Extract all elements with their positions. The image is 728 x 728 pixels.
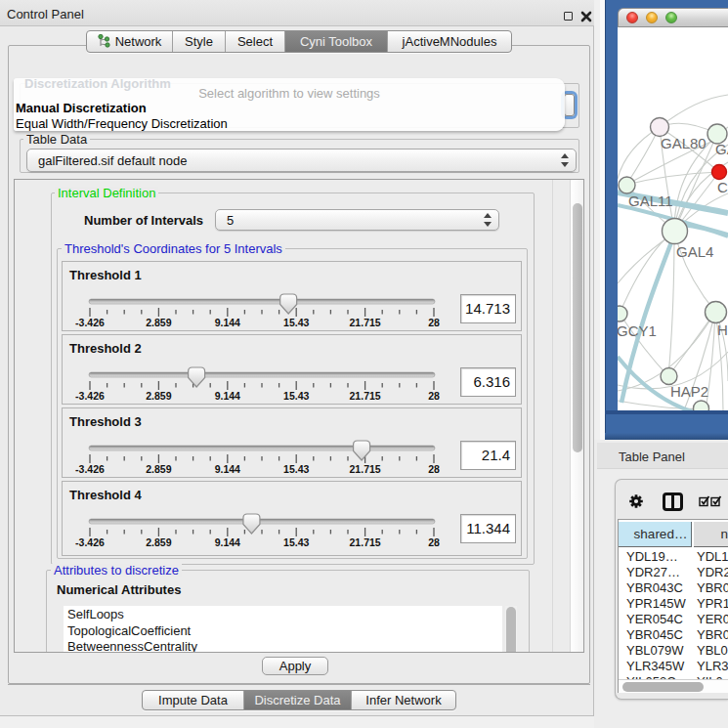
svg-text:HAP2: HAP2 <box>670 383 708 400</box>
svg-text:H: H <box>717 321 728 338</box>
svg-text:GAL11: GAL11 <box>628 193 673 209</box>
svg-text:GCY1: GCY1 <box>618 322 657 339</box>
svg-text:GA: GA <box>715 141 728 157</box>
svg-text:C: C <box>717 179 728 195</box>
svg-text:GAL4: GAL4 <box>676 243 713 260</box>
svg-text:GAL80: GAL80 <box>661 135 707 151</box>
